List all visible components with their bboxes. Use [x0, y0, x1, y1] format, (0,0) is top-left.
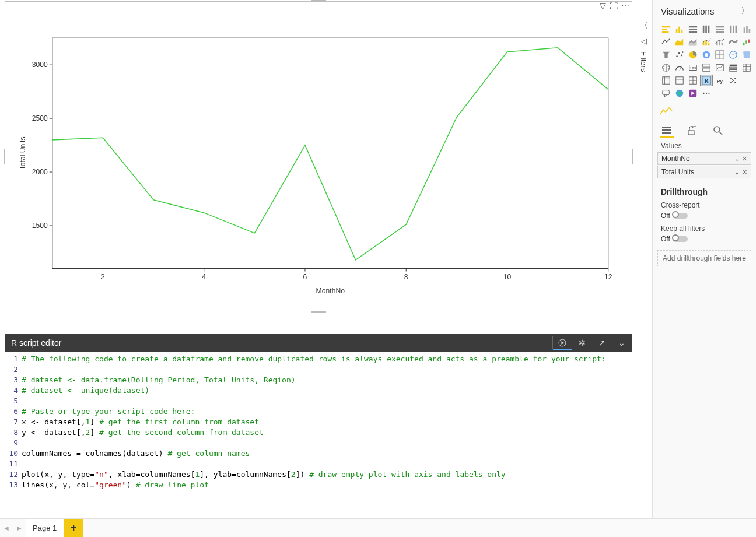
treemap-icon[interactable] — [713, 49, 726, 61]
table-icon[interactable] — [740, 62, 753, 73]
python-visual-icon[interactable]: Py — [713, 75, 726, 86]
svg-text:2000: 2000 — [32, 168, 48, 176]
resize-handle-top[interactable] — [311, 0, 326, 2]
svg-rect-111 — [662, 127, 671, 128]
prev-page-button[interactable]: ◄ — [0, 519, 13, 538]
focus-mode-icon[interactable]: ⛶ — [610, 1, 618, 10]
area-chart-icon[interactable] — [673, 36, 686, 48]
next-page-button[interactable]: ► — [13, 519, 26, 538]
svg-text:4: 4 — [202, 273, 206, 281]
donut-icon[interactable] — [700, 49, 713, 61]
more-options-icon[interactable]: ⋯ — [621, 1, 629, 10]
r-visual-icon[interactable]: R — [700, 75, 713, 86]
svg-rect-44 — [746, 26, 748, 33]
popout-button[interactable]: ↗ — [592, 336, 612, 349]
add-page-button[interactable]: + — [64, 519, 83, 538]
globe-icon[interactable] — [660, 62, 673, 73]
stacked-column-icon[interactable] — [700, 23, 713, 35]
100stacked-bar-icon[interactable] — [713, 23, 726, 35]
svg-line-73 — [680, 67, 682, 70]
script-settings-button[interactable]: ✲ — [572, 336, 592, 349]
page-tab-1[interactable]: Page 1 — [26, 519, 64, 538]
keep-filters-toggle[interactable]: Off — [661, 235, 748, 243]
filled-map-icon[interactable] — [740, 49, 753, 61]
svg-rect-27 — [662, 31, 669, 33]
resize-handle-left[interactable] — [4, 149, 5, 164]
kpi-icon[interactable] — [713, 62, 726, 73]
collapse-viz-pane-icon[interactable]: 〉 — [741, 6, 749, 16]
expand-filters-icon[interactable]: 〈 — [640, 20, 648, 31]
svg-rect-77 — [703, 68, 710, 71]
line-column2-icon[interactable] — [713, 36, 726, 48]
svg-rect-81 — [730, 70, 737, 72]
line-column-icon[interactable] — [700, 36, 713, 48]
svg-text:R: R — [704, 78, 709, 84]
svg-point-116 — [714, 127, 720, 132]
qa-visual-icon[interactable] — [660, 87, 673, 99]
svg-rect-51 — [708, 43, 710, 45]
cross-report-label: Cross-report — [661, 201, 748, 209]
slicer-icon[interactable] — [727, 62, 740, 73]
svg-rect-43 — [744, 27, 746, 33]
100stacked-column-icon[interactable] — [727, 23, 740, 35]
gauge-icon[interactable] — [673, 62, 686, 73]
format-tab[interactable] — [685, 124, 699, 138]
filters-pane-collapsed[interactable]: 〈 ◁ Filters — [635, 0, 652, 518]
svg-rect-113 — [662, 132, 671, 134]
visual-container[interactable]: ▽ ⛶ ⋯ 150020002500300024681012MonthNoTot… — [5, 1, 632, 311]
run-script-button[interactable] — [552, 336, 572, 349]
svg-text:2500: 2500 — [32, 114, 48, 122]
code-editor[interactable]: 1# The following code to create a datafr… — [5, 352, 632, 493]
field-item[interactable]: MonthNo⌄✕ — [657, 152, 751, 165]
key-influencers-icon[interactable] — [727, 75, 740, 86]
funnel-icon[interactable] — [660, 49, 673, 61]
powerapps-icon[interactable] — [687, 87, 699, 99]
clustered-column-icon[interactable] — [673, 23, 686, 35]
filter-icon[interactable]: ▽ — [600, 1, 606, 10]
svg-rect-38 — [716, 29, 724, 30]
multirow-card-icon[interactable] — [700, 62, 713, 73]
arcgis-icon[interactable] — [673, 87, 686, 99]
map-icon[interactable] — [727, 49, 740, 61]
svg-rect-40 — [730, 26, 732, 33]
field-menu-icon[interactable]: ⌄ — [734, 169, 740, 176]
matrix-icon[interactable] — [660, 75, 673, 86]
collapse-editor-button[interactable]: ⌄ — [612, 336, 632, 349]
cross-report-toggle[interactable]: Off — [661, 212, 748, 220]
page-tab-bar: ◄ ► Page 1 + — [0, 518, 756, 537]
matrix2-icon[interactable] — [687, 75, 699, 86]
remove-field-icon[interactable]: ✕ — [742, 169, 747, 176]
field-item[interactable]: Total Units⌄✕ — [657, 166, 751, 178]
svg-rect-0 — [52, 38, 608, 268]
report-canvas[interactable]: ▽ ⛶ ⋯ 150020002500300024681012MonthNoTot… — [0, 0, 635, 518]
waterfall-icon[interactable] — [740, 36, 753, 48]
svg-point-105 — [678, 92, 681, 94]
more-visuals-icon[interactable] — [700, 87, 713, 99]
r-script-editor: R script editor ✲ ↗ ⌄ 1# The following c… — [5, 334, 632, 518]
remove-field-icon[interactable]: ✕ — [742, 155, 747, 163]
svg-rect-86 — [663, 77, 670, 84]
card-icon[interactable]: 123 — [687, 62, 699, 73]
keep-filters-label: Keep all filters — [661, 224, 748, 233]
svg-rect-25 — [662, 26, 670, 28]
ribbon-chart-icon[interactable] — [727, 36, 740, 48]
drillthrough-dropzone[interactable]: Add drillthrough fields here — [657, 250, 751, 266]
column-icon[interactable] — [740, 23, 753, 35]
svg-rect-80 — [730, 67, 737, 69]
line-chart-icon[interactable] — [660, 36, 673, 48]
table2-icon[interactable] — [673, 75, 686, 86]
resize-handle-right[interactable] — [632, 149, 634, 164]
field-menu-icon[interactable]: ⌄ — [734, 155, 740, 163]
stacked-area-icon[interactable] — [687, 36, 699, 48]
stacked-bar-icon[interactable] — [660, 23, 673, 35]
resize-handle-bottom[interactable] — [311, 311, 326, 313]
stacked-bar2-icon[interactable] — [687, 23, 699, 35]
svg-text:1500: 1500 — [32, 222, 48, 230]
pie-icon[interactable] — [687, 49, 699, 61]
svg-text:6: 6 — [303, 273, 307, 281]
analytics-tab[interactable] — [711, 124, 725, 138]
scatter-icon[interactable] — [673, 49, 686, 61]
svg-point-61 — [681, 55, 682, 57]
fields-tab[interactable] — [660, 124, 674, 138]
svg-rect-36 — [708, 26, 710, 33]
